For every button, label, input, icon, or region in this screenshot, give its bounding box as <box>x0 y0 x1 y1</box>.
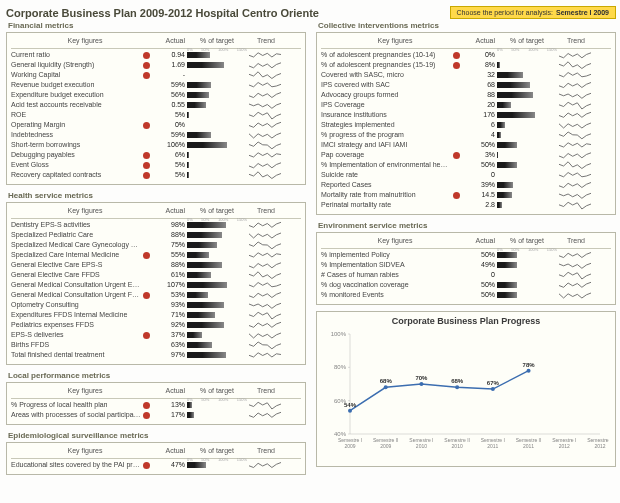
trend-sparkline <box>559 250 591 260</box>
period-selector[interactable]: Choose the period for analysis: Semestre… <box>450 6 616 19</box>
kpi-row[interactable]: IMCI strategy and IAFI IAMI50% <box>321 140 611 150</box>
kpi-row[interactable]: # Cases of human rabies0 <box>321 270 611 280</box>
kpi-actual: 68 <box>471 80 495 90</box>
kpi-row[interactable]: % monitored Events50% <box>321 290 611 300</box>
alert-dot-icon <box>143 82 150 89</box>
kpi-row[interactable]: General Elective Care FFDS61% <box>11 270 301 280</box>
kpi-name: % monitored Events <box>321 290 451 300</box>
kpi-row[interactable]: Areas with processes of social participa… <box>11 410 301 420</box>
kpi-name: Pediatrics expenses FFDS <box>11 320 141 330</box>
trend-sparkline <box>249 150 281 160</box>
kpi-actual: 61% <box>161 270 185 280</box>
kpi-row[interactable]: General Elective Care EPS-S88% <box>11 260 301 270</box>
kpi-name: EPS-S deliveries <box>11 330 141 340</box>
kpi-row[interactable]: Recovery capitated contracts5% <box>11 170 301 180</box>
kpi-row[interactable]: Educational sites covered by the PAI pro… <box>11 460 301 470</box>
kpi-actual: 4 <box>471 130 495 140</box>
alert-dot-icon <box>453 182 460 189</box>
svg-text:80%: 80% <box>334 364 347 370</box>
kpi-row[interactable]: Insurance institutions176 <box>321 110 611 120</box>
kpi-name: Mortality rate from malnutrition <box>321 190 451 200</box>
col-actual: Actual <box>471 236 495 246</box>
alert-dot-icon <box>453 122 460 129</box>
kpi-row[interactable]: % Progress of local health plan13%0%50%1… <box>11 400 301 410</box>
kpi-actual: 98% <box>161 220 185 230</box>
kpi-row[interactable]: Working Capital- <box>11 70 301 80</box>
trend-sparkline <box>559 110 591 120</box>
kpi-row[interactable]: Optometry Consulting93% <box>11 300 301 310</box>
kpi-row[interactable]: Expenditures FFDS Internal Medicine71% <box>11 310 301 320</box>
kpi-row[interactable]: Short-term borrowings106% <box>11 140 301 150</box>
kpi-row[interactable]: Operating Margin0% <box>11 120 301 130</box>
kpi-actual: - <box>161 70 185 80</box>
pct-bar <box>497 181 557 189</box>
pct-bar: 0%50%100%150% <box>187 401 247 409</box>
kpi-name: Current ratio <box>11 50 141 60</box>
kpi-row[interactable]: Specialized Care Internal Medicine55% <box>11 250 301 260</box>
kpi-row[interactable]: % dog vaccination coverage50% <box>321 280 611 290</box>
pct-bar <box>187 81 247 89</box>
trend-sparkline <box>249 460 281 470</box>
kpi-row[interactable]: Pap coverage3% <box>321 150 611 160</box>
kpi-actual: 5% <box>161 170 185 180</box>
kpi-row[interactable]: Pediatrics expenses FFDS92% <box>11 320 301 330</box>
kpi-row[interactable]: % Implementation SIDVEA49% <box>321 260 611 270</box>
alert-dot-icon <box>453 142 460 149</box>
kpi-name: IPS Coverage <box>321 100 451 110</box>
alert-dot-icon <box>453 92 460 99</box>
pct-bar <box>187 321 247 329</box>
kpi-row[interactable]: Indebtedness59% <box>11 130 301 140</box>
kpi-row[interactable]: Specialized Pediatric Care88% <box>11 230 301 240</box>
svg-text:68%: 68% <box>380 378 393 384</box>
alert-dot-icon <box>143 302 150 309</box>
kpi-row[interactable]: Reported Cases39% <box>321 180 611 190</box>
kpi-actual: 92% <box>161 320 185 330</box>
kpi-row[interactable]: General Medical Consultation Urgent FFDS… <box>11 290 301 300</box>
trend-sparkline <box>249 130 281 140</box>
kpi-row[interactable]: Revenue budget execution59% <box>11 80 301 90</box>
kpi-row[interactable]: % progress of the program4 <box>321 130 611 140</box>
kpi-actual: 5% <box>161 160 185 170</box>
trend-sparkline <box>559 150 591 160</box>
kpi-row[interactable]: Event Gloss5% <box>11 160 301 170</box>
kpi-row[interactable]: ROE5% <box>11 110 301 120</box>
kpi-row[interactable]: % implemented Policy50%0%50%100%150% <box>321 250 611 260</box>
kpi-row[interactable]: Specialized Medical Care Gynecology and … <box>11 240 301 250</box>
kpi-row[interactable]: General liquidity (Strength)1.69 <box>11 60 301 70</box>
kpi-row[interactable]: EPS-S deliveries37% <box>11 330 301 340</box>
pct-bar <box>187 121 247 129</box>
trend-sparkline <box>559 100 591 110</box>
kpi-row[interactable]: Expenditure budget execution56% <box>11 90 301 100</box>
kpi-row[interactable]: Total finished dental treatment97% <box>11 350 301 360</box>
alert-dot-icon <box>143 152 150 159</box>
kpi-row[interactable]: Debugging payables6% <box>11 150 301 160</box>
kpi-row[interactable]: Mortality rate from malnutrition14.5 <box>321 190 611 200</box>
kpi-actual: 3% <box>471 150 495 160</box>
kpi-row[interactable]: Covered with SASC, micro32 <box>321 70 611 80</box>
kpi-row[interactable]: % Implementation of environmental health… <box>321 160 611 170</box>
kpi-row[interactable]: Strategies implemented6 <box>321 120 611 130</box>
kpi-row[interactable]: % of adolescent pregnancies (10-14)0%0%5… <box>321 50 611 60</box>
kpi-row[interactable]: Births FFDS63% <box>11 340 301 350</box>
trend-sparkline <box>249 330 281 340</box>
kpi-row[interactable]: Advocacy groups formed88 <box>321 90 611 100</box>
kpi-actual: 37% <box>161 330 185 340</box>
kpi-actual: 50% <box>471 160 495 170</box>
svg-text:2011: 2011 <box>523 443 534 449</box>
kpi-row[interactable]: Suicide rate0 <box>321 170 611 180</box>
kpi-row[interactable]: Current ratio0.940%50%100%150% <box>11 50 301 60</box>
trend-sparkline <box>249 60 281 70</box>
kpi-row[interactable]: General Medical Consultation Urgent EPS-… <box>11 280 301 290</box>
pct-bar <box>187 171 247 179</box>
kpi-name: Dentistry EPS-S activities <box>11 220 141 230</box>
kpi-row[interactable]: Perinatal mortality rate2.8 <box>321 200 611 210</box>
svg-text:2009: 2009 <box>380 443 391 449</box>
kpi-row[interactable]: IPS Coverage20 <box>321 100 611 110</box>
kpi-row[interactable]: % of adolescent pregnancies (15-19)8% <box>321 60 611 70</box>
svg-text:67%: 67% <box>487 380 500 386</box>
kpi-actual: 1.69 <box>161 60 185 70</box>
kpi-table-financial: Key figuresActual% of targetTrendCurrent… <box>6 32 306 185</box>
kpi-row[interactable]: Acid test accounts receivable0.55 <box>11 100 301 110</box>
kpi-row[interactable]: Dentistry EPS-S activities98%0%50%100%15… <box>11 220 301 230</box>
kpi-row[interactable]: IPS covered with SAC68 <box>321 80 611 90</box>
